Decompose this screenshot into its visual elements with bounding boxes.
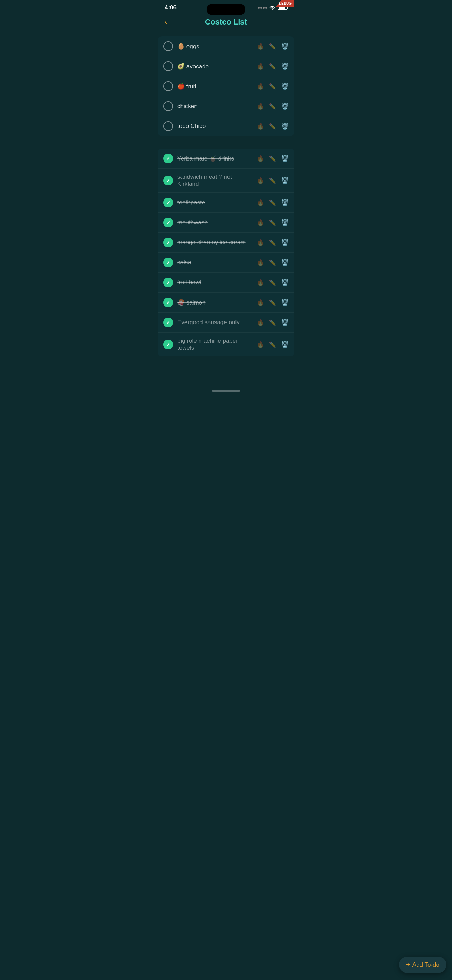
trash-icon[interactable]: 🗑️ [281,83,289,90]
action-icons: 🔥 ✏️ 🗑️ [256,102,289,110]
edit-icon[interactable]: ✏️ [269,43,276,50]
item-label: fruit bowl [177,279,252,286]
checkbox-checked[interactable]: ✓ [163,218,173,228]
edit-icon[interactable]: ✏️ [269,83,276,90]
fire-icon[interactable]: 🔥 [256,154,264,162]
dot-3 [263,7,264,9]
action-icons: 🔥 ✏️ 🗑️ [256,83,289,90]
trash-icon[interactable]: 🗑️ [281,318,289,326]
trash-icon[interactable]: 🗑️ [281,102,289,110]
edit-icon[interactable]: ✏️ [269,220,276,226]
checkbox-checked[interactable]: ✓ [163,278,173,287]
trash-icon[interactable]: 🗑️ [281,299,289,306]
status-bar: 4:06 [158,0,294,14]
fire-icon[interactable]: 🔥 [256,318,264,326]
edit-icon[interactable]: ✏️ [269,63,276,70]
action-icons: 🔥 ✏️ 🗑️ [256,123,289,130]
edit-icon[interactable]: ✏️ [269,299,276,306]
edit-icon[interactable]: ✏️ [269,177,276,184]
action-icons: 🔥 ✏️ 🗑️ [256,239,289,247]
fire-icon[interactable]: 🔥 [256,102,264,110]
edit-icon[interactable]: ✏️ [269,123,276,130]
item-label: 🥑 avocado [177,63,252,70]
item-label: Yerba mate 🧉 drinks [177,155,252,162]
list-item: topo Chico 🔥 ✏️ 🗑️ [158,116,294,136]
checkbox-unchecked[interactable] [163,41,173,51]
checkbox-checked[interactable]: ✓ [163,340,173,350]
list-item: ✓ 🍣 salmon 🔥 ✏️ 🗑️ [158,293,294,313]
edit-icon[interactable]: ✏️ [269,103,276,110]
list-item: ✓ fruit bowl 🔥 ✏️ 🗑️ [158,273,294,293]
checkbox-unchecked[interactable] [163,61,173,71]
checkbox-checked[interactable]: ✓ [163,258,173,267]
trash-icon[interactable]: 🗑️ [281,278,289,286]
edit-icon[interactable]: ✏️ [269,239,276,246]
action-icons: 🔥 ✏️ 🗑️ [256,62,289,70]
item-label: sandwich meat ? not Kirkland [177,173,252,188]
trash-icon[interactable]: 🗑️ [281,239,289,247]
list-item: chicken 🔥 ✏️ 🗑️ [158,96,294,116]
edit-icon[interactable]: ✏️ [269,279,276,286]
trash-icon[interactable]: 🗑️ [281,259,289,266]
trash-icon[interactable]: 🗑️ [281,42,289,50]
item-label: topo Chico [177,123,252,130]
list-item: 🥑 avocado 🔥 ✏️ 🗑️ [158,56,294,76]
edit-icon[interactable]: ✏️ [269,155,276,162]
trash-icon[interactable]: 🗑️ [281,219,289,226]
action-icons: 🔥 ✏️ 🗑️ [256,299,289,306]
checkbox-unchecked[interactable] [163,81,173,91]
item-label: mouthwash [177,219,252,226]
fire-icon[interactable]: 🔥 [256,239,264,247]
fire-icon[interactable]: 🔥 [256,341,264,348]
checkbox-unchecked[interactable] [163,101,173,111]
action-icons: 🔥 ✏️ 🗑️ [256,259,289,266]
trash-icon[interactable]: 🗑️ [281,123,289,130]
action-icons: 🔥 ✏️ 🗑️ [256,318,289,326]
list-item: ✓ Evergood sausage only 🔥 ✏️ 🗑️ [158,313,294,332]
fire-icon[interactable]: 🔥 [256,62,264,70]
trash-icon[interactable]: 🗑️ [281,154,289,162]
checkmark-icon: ✓ [166,280,170,285]
edit-icon[interactable]: ✏️ [269,319,276,326]
fire-icon[interactable]: 🔥 [256,83,264,90]
trash-icon[interactable]: 🗑️ [281,341,289,348]
item-label: toothpaste [177,199,252,206]
checkmark-icon: ✓ [166,300,170,305]
edit-icon[interactable]: ✏️ [269,259,276,266]
checkmark-icon: ✓ [166,200,170,205]
fire-icon[interactable]: 🔥 [256,177,264,185]
list-item: 🥚 eggs 🔥 ✏️ 🗑️ [158,37,294,56]
scroll-indicator [212,390,240,391]
trash-icon[interactable]: 🗑️ [281,62,289,70]
fire-icon[interactable]: 🔥 [256,259,264,266]
item-label: Evergood sausage only [177,319,252,326]
checkbox-checked[interactable]: ✓ [163,238,173,247]
fire-icon[interactable]: 🔥 [256,219,264,226]
checkbox-unchecked[interactable] [163,121,173,131]
dot-2 [260,7,262,9]
dot-1 [258,7,259,9]
trash-icon[interactable]: 🗑️ [281,177,289,185]
trash-icon[interactable]: 🗑️ [281,199,289,207]
checkbox-checked[interactable]: ✓ [163,154,173,163]
fire-icon[interactable]: 🔥 [256,199,264,207]
checkbox-checked[interactable]: ✓ [163,318,173,328]
fire-icon[interactable]: 🔥 [256,278,264,286]
edit-icon[interactable]: ✏️ [269,199,276,206]
edit-icon[interactable]: ✏️ [269,341,276,348]
fire-icon[interactable]: 🔥 [256,123,264,130]
fire-icon[interactable]: 🔥 [256,42,264,50]
checkbox-checked[interactable]: ✓ [163,298,173,307]
action-icons: 🔥 ✏️ 🗑️ [256,341,289,348]
checkbox-checked[interactable]: ✓ [163,176,173,185]
item-label: salsa [177,259,252,266]
dot-4 [265,7,267,9]
action-icons: 🔥 ✏️ 🗑️ [256,154,289,162]
checkbox-checked[interactable]: ✓ [163,198,173,207]
back-button[interactable]: ‹ [165,18,167,27]
signal-dots [258,7,267,9]
list-item: ✓ mango chamoy ice cream 🔥 ✏️ 🗑️ [158,233,294,253]
header: ‹ Costco List [158,14,294,33]
fire-icon[interactable]: 🔥 [256,299,264,306]
status-time: 4:06 [165,4,177,11]
